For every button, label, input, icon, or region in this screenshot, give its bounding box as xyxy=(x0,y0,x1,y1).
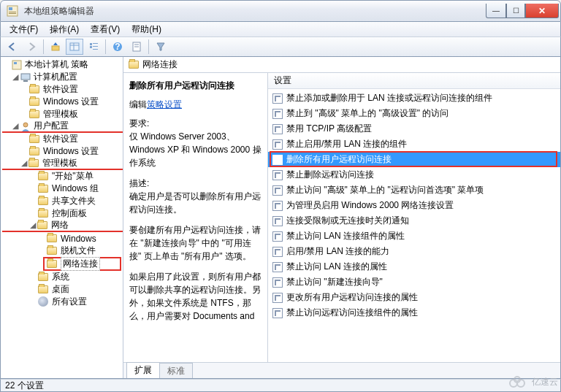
policy-item-icon xyxy=(272,139,283,150)
policy-item-icon xyxy=(272,231,283,242)
policy-item-icon xyxy=(272,277,283,288)
toolbar-sep xyxy=(148,39,149,54)
tree-item[interactable]: Windows 组 xyxy=(2,182,123,195)
window-close-button[interactable]: ✕ xyxy=(525,4,559,18)
detail-tabs: 扩展 标准 xyxy=(123,362,560,378)
tree-item[interactable]: 桌面 xyxy=(2,283,123,296)
user-icon xyxy=(20,120,31,132)
list-item-label: 禁用 TCP/IP 高级配置 xyxy=(286,123,372,135)
gear-icon xyxy=(38,296,50,308)
tree-item[interactable]: 共享文件夹 xyxy=(2,195,123,207)
toolbar-list-button[interactable] xyxy=(85,39,102,55)
folder-icon xyxy=(29,135,39,143)
policy-item-icon xyxy=(272,93,283,104)
toolbar-forward-button[interactable] xyxy=(23,39,40,55)
folder-icon xyxy=(38,185,48,193)
description-text: 确定用户是否可以删除所有用户远程访问连接。 xyxy=(129,190,263,216)
list-item[interactable]: 禁止访问 "高级" 菜单上的 "远程访问首选项" 菜单项 xyxy=(268,182,560,198)
list-item[interactable]: 禁止添加或删除用于 LAN 连接或远程访问连接的组件 xyxy=(268,91,560,106)
tab-extended[interactable]: 扩展 xyxy=(126,362,160,378)
toolbar-back-button[interactable] xyxy=(4,39,21,55)
tree-item[interactable]: 控制面板 xyxy=(2,207,123,220)
list-item[interactable]: 禁止删除远程访问连接 xyxy=(268,167,560,182)
tree-network-connections[interactable]: 网络连接 xyxy=(2,257,123,271)
breadcrumb-label: 网络连接 xyxy=(142,58,178,71)
tree-item[interactable]: Windows xyxy=(2,232,123,245)
menu-help[interactable]: 帮助(H) xyxy=(126,22,167,37)
list-item[interactable]: 禁止访问 LAN 连接的属性 xyxy=(268,259,560,274)
list-item[interactable]: 禁止到 "高级" 菜单上的 "高级设置" 的访问 xyxy=(268,106,560,121)
tree-user[interactable]: ◢用户配置 xyxy=(2,120,123,133)
svg-rect-21 xyxy=(23,80,28,82)
toolbar-up-button[interactable] xyxy=(47,39,64,55)
list-item-label: 删除所有用户远程访问连接 xyxy=(286,153,392,166)
window-maximize-button[interactable]: ☐ xyxy=(506,4,525,18)
list-item-label: 为管理员启用 Windows 2000 网络连接设置 xyxy=(286,199,454,212)
toolbar-filter-button[interactable] xyxy=(152,39,169,55)
toolbar-details-button[interactable] xyxy=(66,39,83,55)
list-item-label: 禁止访问 "新建连接向导" xyxy=(286,276,383,288)
list-item[interactable]: 连接受限制或无连接时关闭通知 xyxy=(268,213,560,228)
folder-icon xyxy=(38,172,48,180)
tree-network[interactable]: ◢网络 xyxy=(2,220,123,232)
list-item[interactable]: 删除所有用户远程访问连接 xyxy=(268,152,560,167)
description-text: 要创建所有用户远程访问连接，请在 "新建连接向导" 中的 "可用连接" 页上单击… xyxy=(129,223,263,263)
list-item-label: 禁止删除远程访问连接 xyxy=(286,169,374,181)
svg-rect-5 xyxy=(70,43,79,50)
toolbar-properties-button[interactable] xyxy=(128,39,145,55)
list-item-label: 连接受限制或无连接时关闭通知 xyxy=(286,215,409,227)
menubar: 文件(F) 操作(A) 查看(V) 帮助(H) xyxy=(0,22,561,36)
status-text: 22 个设置 xyxy=(5,380,44,392)
tree-item[interactable]: 软件设置 xyxy=(2,83,123,96)
toolbar-sep xyxy=(43,39,44,54)
list-item[interactable]: 禁止启用/禁用 LAN 连接的组件 xyxy=(268,137,560,152)
tree-item[interactable]: Windows 设置 xyxy=(2,96,123,108)
svg-point-22 xyxy=(23,123,28,127)
folder-icon xyxy=(38,273,48,281)
tree-item[interactable]: 系统 xyxy=(2,271,123,283)
tree-label: 本地计算机 策略 xyxy=(25,58,88,71)
list-item-label: 启用/禁用 LAN 连接的能力 xyxy=(286,245,389,258)
menu-view[interactable]: 查看(V) xyxy=(85,22,126,37)
list-item[interactable]: 禁止访问 "新建连接向导" xyxy=(268,274,560,290)
folder-icon xyxy=(38,210,48,218)
tree-item[interactable]: "开始"菜单 xyxy=(2,170,123,182)
tab-standard[interactable]: 标准 xyxy=(159,363,193,378)
list-item[interactable]: 禁止访问远程访问连接组件的属性 xyxy=(268,305,560,320)
list-header[interactable]: 设置 xyxy=(268,73,560,89)
tree-item[interactable]: 脱机文件 xyxy=(2,245,123,257)
list-item[interactable]: 更改所有用户远程访问连接的属性 xyxy=(268,290,560,305)
tree-item[interactable]: 管理模板 xyxy=(2,108,123,120)
folder-icon xyxy=(29,85,39,93)
menu-action[interactable]: 操作(A) xyxy=(44,22,85,37)
right-panel: 网络连接 删除所有用户远程访问连接 编辑策略设置 要求: 仅 Windows S… xyxy=(123,57,560,378)
requirements-heading: 要求: xyxy=(129,117,263,130)
menu-file[interactable]: 文件(F) xyxy=(4,22,44,37)
list-item[interactable]: 为管理员启用 Windows 2000 网络连接设置 xyxy=(268,198,560,213)
tree-computer[interactable]: ◢计算机配置 xyxy=(2,71,123,83)
app-icon xyxy=(7,5,18,17)
computer-icon xyxy=(20,72,31,83)
breadcrumb: 网络连接 xyxy=(123,57,560,73)
policy-item-icon xyxy=(272,308,283,318)
policy-item-icon xyxy=(272,185,283,196)
tree-item[interactable]: Windows 设置 xyxy=(2,145,123,158)
tree-admin-templates[interactable]: ◢管理模板 xyxy=(2,158,123,170)
toolbar: ? xyxy=(0,36,561,57)
window-minimize-button[interactable]: — xyxy=(486,4,506,18)
list-item[interactable]: 启用/禁用 LAN 连接的能力 xyxy=(268,244,560,259)
tree-item[interactable]: 所有设置 xyxy=(2,296,123,308)
svg-rect-12 xyxy=(93,49,98,50)
edit-policy-link[interactable]: 策略设置 xyxy=(147,99,182,109)
folder-icon xyxy=(129,61,139,69)
list-item[interactable]: 禁用 TCP/IP 高级配置 xyxy=(268,121,560,137)
list-item[interactable]: 禁止访问 LAN 连接组件的属性 xyxy=(268,228,560,244)
tree-root[interactable]: 本地计算机 策略 xyxy=(2,58,123,71)
list-item-label: 禁止访问远程访问连接组件的属性 xyxy=(286,307,418,319)
svg-rect-9 xyxy=(90,46,92,48)
svg-rect-8 xyxy=(90,43,92,45)
tree-item[interactable]: 软件设置 xyxy=(2,133,123,145)
list-item-label: 禁止到 "高级" 菜单上的 "高级设置" 的访问 xyxy=(286,107,449,120)
toolbar-help-button[interactable]: ? xyxy=(109,39,126,55)
svg-rect-3 xyxy=(9,13,16,14)
